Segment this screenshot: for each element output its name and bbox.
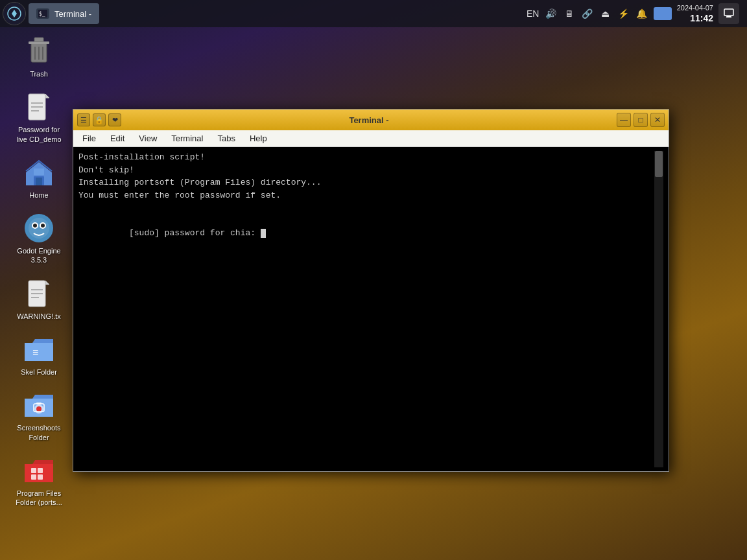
skel-folder-label: Skel Folder <box>21 368 57 377</box>
svg-point-29 <box>36 406 42 412</box>
warning-file-item[interactable]: WARNING!.tx <box>13 278 65 321</box>
titlebar-controls: — □ ✕ <box>617 113 665 127</box>
terminal-line-4: You must enter the root password if set. <box>78 189 654 202</box>
terminal-output: Post-installation script! Don't skip! In… <box>78 151 654 467</box>
program-files-folder-item[interactable]: Program Files Folder (ports... <box>13 455 65 508</box>
terminal-taskbar-label: Terminal - <box>54 9 91 19</box>
password-file-item[interactable]: Password for live CD_demo <box>13 91 65 144</box>
terminal-content[interactable]: Post-installation script! Don't skip! In… <box>73 147 669 471</box>
scrollbar-thumb[interactable] <box>655 151 663 177</box>
svg-text:$_: $_ <box>39 11 45 17</box>
start-button[interactable] <box>3 2 26 25</box>
menu-terminal[interactable]: Terminal <box>165 132 209 145</box>
svg-rect-32 <box>31 468 36 473</box>
language-indicator[interactable]: EN <box>527 7 540 20</box>
menu-tabs[interactable]: Tabs <box>211 132 241 145</box>
svg-rect-16 <box>36 178 42 185</box>
trash-icon-item[interactable]: Trash <box>13 36 65 78</box>
warning-file-label: WARNING!.tx <box>17 312 60 321</box>
screenshots-folder-icon <box>23 390 54 421</box>
svg-point-22 <box>41 224 45 228</box>
menu-view[interactable]: View <box>132 132 163 145</box>
desktop-icons: Trash Password for live CD_demo <box>13 36 65 508</box>
terminal-titlebar: ☰ 🔒 ❤ Terminal - — □ ✕ <box>73 110 669 130</box>
password-file-icon <box>23 91 54 122</box>
terminal-line-5 <box>78 202 654 215</box>
titlebar-bookmark-btn[interactable]: ❤ <box>108 113 121 126</box>
svg-rect-34 <box>31 474 36 480</box>
program-files-folder-label: Program Files Folder (ports... <box>16 489 62 508</box>
godot-engine-label: Godot Engine 3.5.3 <box>17 246 60 265</box>
svg-rect-3 <box>724 9 733 16</box>
show-desktop-button[interactable] <box>718 3 739 24</box>
taskbar: $_ Terminal - EN 🔊 🖥 🔗 ⏏ ⚡ 🔔 2024-04-07 … <box>0 0 747 27</box>
svg-rect-4 <box>726 16 731 18</box>
svg-point-21 <box>33 224 37 228</box>
skel-folder-item[interactable]: ≡ Skel Folder <box>13 334 65 377</box>
trash-icon <box>23 36 54 67</box>
svg-rect-33 <box>38 468 43 473</box>
terminal-window: ☰ 🔒 ❤ Terminal - — □ ✕ File Edit View Te… <box>73 109 669 472</box>
time-display: 11:42 <box>677 12 713 24</box>
godot-engine-icon <box>23 213 54 244</box>
notification-icon[interactable]: 🔔 <box>635 7 648 20</box>
program-files-folder-icon <box>23 455 54 486</box>
volume-icon[interactable]: 🔊 <box>545 7 558 20</box>
screenshots-folder-item[interactable]: Screenshoots Folder <box>13 390 65 442</box>
menu-edit[interactable]: Edit <box>104 132 131 145</box>
godot-engine-item[interactable]: Godot Engine 3.5.3 <box>13 213 65 265</box>
svg-rect-35 <box>38 474 43 480</box>
clock: 2024-04-07 11:42 <box>677 3 713 24</box>
svg-rect-6 <box>29 41 49 44</box>
warning-file-icon <box>23 278 54 309</box>
terminal-taskbar-item[interactable]: $_ Terminal - <box>29 3 99 24</box>
link-icon[interactable]: 🔗 <box>581 7 594 20</box>
skel-folder-icon: ≡ <box>23 334 54 365</box>
monitor-icon[interactable] <box>654 7 672 20</box>
titlebar-lock-btn[interactable]: 🔒 <box>93 113 106 126</box>
terminal-line-2: Don't skip! <box>78 164 654 177</box>
home-folder-item[interactable]: Home <box>13 157 65 200</box>
terminal-icon: $_ <box>36 8 49 19</box>
titlebar-menu-btn[interactable]: ☰ <box>77 113 90 126</box>
home-folder-label: Home <box>29 191 48 200</box>
minimize-button[interactable]: — <box>617 113 631 127</box>
home-folder-icon <box>23 157 54 188</box>
terminal-scrollbar[interactable] <box>654 151 663 467</box>
svg-text:≡: ≡ <box>32 347 38 358</box>
terminal-line-1: Post-installation script! <box>78 151 654 164</box>
menu-file[interactable]: File <box>76 132 102 145</box>
menu-help[interactable]: Help <box>243 132 274 145</box>
screenshots-folder-label: Screenshoots Folder <box>17 423 60 442</box>
terminal-menubar: File Edit View Terminal Tabs Help <box>73 130 669 147</box>
terminal-line-6: [sudo] password for chia: <box>78 215 654 253</box>
close-button[interactable]: ✕ <box>650 113 665 127</box>
svg-rect-31 <box>36 402 42 404</box>
terminal-prompt: [sudo] password for chia: <box>129 228 261 238</box>
maximize-button[interactable]: □ <box>634 113 648 127</box>
date-display: 2024-04-07 <box>677 3 713 12</box>
eject-icon[interactable]: ⏏ <box>599 7 612 20</box>
desktop: $_ Terminal - EN 🔊 🖥 🔗 ⏏ ⚡ 🔔 2024-04-07 … <box>0 0 747 560</box>
trash-label: Trash <box>30 69 48 78</box>
battery-icon[interactable]: ⚡ <box>617 7 630 20</box>
terminal-title: Terminal - <box>124 115 614 125</box>
display-icon[interactable]: 🖥 <box>563 7 576 20</box>
terminal-cursor <box>261 229 266 238</box>
terminal-line-3: Installing portsoft (Program Files) dire… <box>78 176 654 189</box>
taskbar-right: EN 🔊 🖥 🔗 ⏏ ⚡ 🔔 2024-04-07 11:42 <box>527 3 744 24</box>
password-file-label: Password for live CD_demo <box>16 125 61 144</box>
svg-rect-7 <box>34 38 43 41</box>
